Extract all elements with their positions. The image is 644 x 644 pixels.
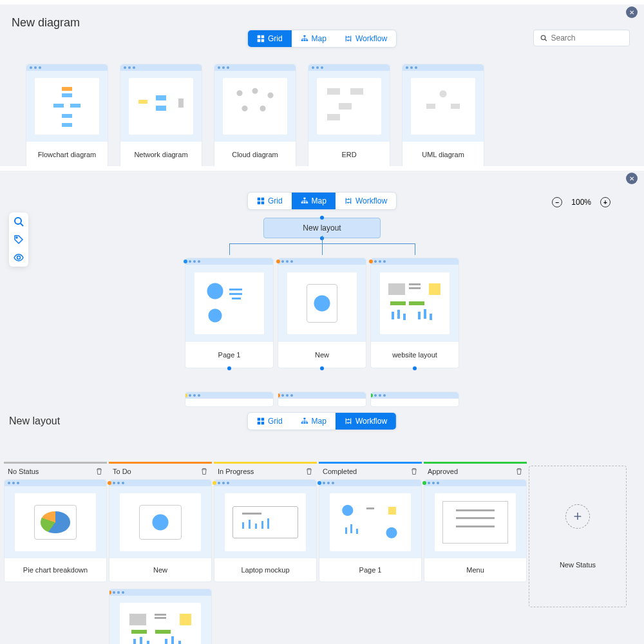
- tab-workflow[interactable]: Workflow: [336, 413, 396, 430]
- tab-label: Map: [312, 417, 327, 426]
- svg-rect-5: [301, 40, 303, 41]
- svg-rect-14: [301, 202, 303, 204]
- zoom-level: 100%: [571, 198, 591, 207]
- kanban-column-inprogress: In Progress Laptop mockup: [214, 462, 317, 644]
- tab-label: Map: [312, 34, 327, 43]
- tab-map[interactable]: Map: [292, 30, 336, 47]
- add-status-label: New Status: [560, 561, 596, 569]
- tab-label: Grid: [268, 417, 283, 426]
- tab-grid[interactable]: Grid: [248, 413, 292, 430]
- card-label: Cloud diagram: [214, 142, 296, 167]
- view-tabs: Grid Map Workflow: [247, 412, 397, 430]
- trash-icon[interactable]: [515, 468, 523, 475]
- map-icon: [301, 35, 308, 43]
- workflow-icon: [345, 417, 352, 425]
- wf-card[interactable]: Laptop mockup: [214, 479, 317, 582]
- tab-grid[interactable]: Grid: [248, 30, 292, 47]
- svg-rect-2: [258, 39, 261, 43]
- tab-label: Workflow: [355, 34, 387, 43]
- svg-rect-0: [258, 35, 261, 39]
- zoom-in-button[interactable]: +: [600, 197, 611, 207]
- svg-rect-20: [258, 418, 261, 421]
- card-label: Laptop mockup: [214, 558, 316, 582]
- trash-icon[interactable]: [410, 468, 418, 475]
- grid-icon: [257, 35, 265, 43]
- plus-icon: +: [565, 504, 590, 529]
- tab-workflow[interactable]: Workflow: [336, 193, 396, 209]
- wf-card[interactable]: Page 1: [319, 479, 422, 582]
- zoom-out-button[interactable]: −: [552, 197, 562, 207]
- kanban-column-todo: To Do New: [109, 462, 212, 644]
- view-tabs: Grid Map Workflow: [247, 30, 397, 48]
- svg-rect-9: [258, 198, 261, 201]
- map-node-hidden[interactable]: [278, 392, 366, 407]
- card-label: UML diagram: [402, 142, 484, 167]
- svg-rect-12: [261, 202, 265, 205]
- card-label: Menu: [424, 558, 526, 582]
- svg-rect-10: [261, 198, 265, 201]
- add-status-button[interactable]: + New Status: [529, 466, 627, 607]
- template-card-cloud[interactable]: Cloud diagram: [214, 64, 296, 168]
- template-card-erd[interactable]: ERD: [308, 64, 390, 168]
- search-field[interactable]: [551, 33, 623, 43]
- column-title: Approved: [428, 468, 458, 475]
- grid-icon: [257, 417, 265, 425]
- workflow-icon: [345, 197, 352, 205]
- map-icon: [301, 417, 308, 425]
- workflow-icon: [345, 35, 352, 43]
- tab-map[interactable]: Map: [292, 193, 336, 209]
- column-title: No Status: [8, 468, 39, 475]
- svg-rect-4: [303, 35, 305, 37]
- trash-icon[interactable]: [200, 468, 208, 475]
- tab-label: Workflow: [355, 417, 387, 426]
- svg-rect-15: [303, 202, 305, 204]
- template-card-flowchart[interactable]: Flowchart diagram: [26, 64, 108, 168]
- svg-rect-6: [303, 40, 305, 41]
- svg-rect-7: [306, 40, 308, 41]
- svg-rect-24: [303, 418, 305, 419]
- svg-rect-3: [261, 39, 265, 43]
- tab-workflow[interactable]: Workflow: [336, 30, 396, 47]
- map-node-new[interactable]: New: [278, 258, 366, 368]
- close-icon[interactable]: ✕: [626, 6, 638, 18]
- grid-icon: [257, 197, 265, 205]
- wf-card[interactable]: Pie chart breakdown: [4, 479, 107, 582]
- map-node-hidden[interactable]: [185, 392, 274, 407]
- search-icon: [540, 34, 547, 42]
- wf-card[interactable]: Menu: [424, 479, 527, 582]
- map-node-hidden[interactable]: [370, 392, 459, 407]
- card-label: Pie chart breakdown: [5, 558, 106, 582]
- card-label: website layout: [371, 342, 459, 368]
- tab-label: Map: [312, 196, 327, 205]
- wf-card[interactable]: New: [109, 479, 212, 582]
- kanban-column-completed: Completed Page 1: [319, 462, 422, 644]
- card-label: ERD: [308, 142, 390, 167]
- wf-card[interactable]: [109, 589, 212, 644]
- svg-rect-27: [306, 422, 308, 424]
- close-icon[interactable]: ✕: [626, 173, 638, 184]
- column-title: To Do: [113, 468, 131, 475]
- svg-rect-11: [258, 202, 261, 205]
- card-label: New: [278, 342, 366, 368]
- template-card-network[interactable]: Network diagram: [120, 64, 202, 168]
- tab-map[interactable]: Map: [292, 413, 336, 430]
- svg-rect-26: [303, 422, 305, 424]
- trash-icon[interactable]: [305, 468, 313, 475]
- trash-icon[interactable]: [95, 468, 103, 475]
- node-label: New layout: [303, 223, 341, 232]
- zoom-control: − 100% +: [552, 197, 611, 207]
- tab-grid[interactable]: Grid: [248, 193, 292, 209]
- svg-rect-25: [301, 422, 303, 424]
- card-label: Page 1: [185, 342, 273, 368]
- map-node-website[interactable]: website layout: [370, 258, 459, 368]
- view-tabs: Grid Map Workflow: [247, 192, 397, 210]
- tab-label: Grid: [268, 196, 283, 205]
- map-node-page1[interactable]: Page 1: [185, 258, 274, 368]
- kanban-column-approved: Approved Menu: [424, 462, 527, 644]
- tab-label: Grid: [268, 34, 283, 43]
- tab-label: Workflow: [355, 196, 387, 205]
- template-card-uml[interactable]: UML diagram: [402, 64, 484, 168]
- svg-rect-23: [261, 422, 265, 425]
- svg-rect-22: [258, 422, 261, 425]
- search-input[interactable]: [533, 30, 630, 46]
